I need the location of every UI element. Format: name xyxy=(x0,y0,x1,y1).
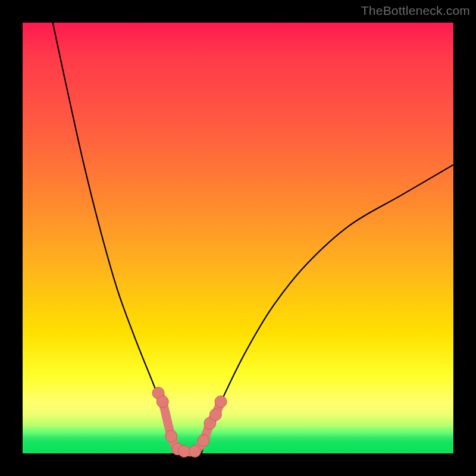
watermark-text: TheBottleneck.com xyxy=(361,4,470,18)
marker-dot xyxy=(165,430,177,442)
plot-area xyxy=(23,23,453,453)
marker-dot xyxy=(215,396,227,408)
curve-layer xyxy=(23,23,453,453)
curve-right-branch xyxy=(201,165,453,453)
marker-dot xyxy=(156,396,168,408)
marker-dot xyxy=(209,409,221,421)
marker-dot xyxy=(198,434,209,446)
marker-dot xyxy=(189,445,201,457)
chart-frame: TheBottleneck.com xyxy=(0,0,476,476)
marker-dot xyxy=(178,445,190,457)
